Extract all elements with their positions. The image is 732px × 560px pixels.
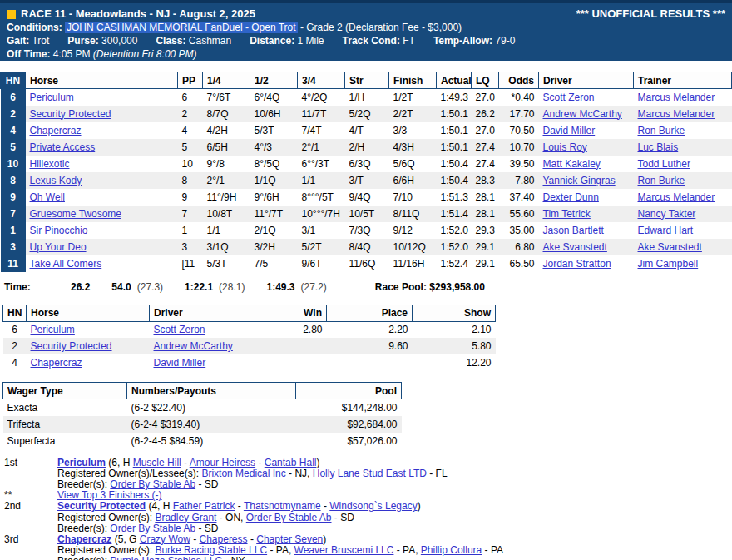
column-header-trainer: Trainer (634, 72, 732, 89)
cell-q3: 1/1 (298, 172, 345, 189)
trainer-link[interactable]: Edward Hart (638, 225, 694, 236)
cell-pool: $144,248.00 (296, 399, 402, 416)
horse-link[interactable]: Periculum (30, 92, 74, 103)
cell-horse: Oh Well (26, 189, 178, 206)
driver-link[interactable]: Scott Zeron (543, 92, 595, 103)
column-header-finish: Finish (389, 72, 437, 89)
cell-type: Superfecta (3, 433, 127, 449)
off-time-label: Off Time: (7, 48, 50, 60)
cell-finish: 9/12 (389, 222, 437, 239)
driver-link[interactable]: Scott Zeron (154, 324, 205, 335)
conditions-highlight: JOHN CASHMAN MEMORIAL FanDuel - Open Tro… (65, 22, 298, 33)
owner-link[interactable]: Phillip Collura (421, 544, 482, 556)
driver-link[interactable]: Jordan Stratton (543, 258, 611, 270)
driver-link[interactable]: Andrew McCarthy (154, 340, 233, 352)
trainer-link[interactable]: Marcus Melander (638, 92, 715, 103)
result-row: 10Hillexotic109°/88°/5Q6°°/3T6/3Q5/6Q1:5… (1, 156, 732, 172)
owner-link[interactable]: Weaver Bruscemi LLC (294, 544, 394, 556)
owner-link[interactable]: Bradley Grant (155, 512, 216, 523)
cell-q1: 4/2H (203, 122, 250, 139)
finisher-rank-spacer (4, 479, 57, 490)
cell-driver: Scott Zeron (539, 89, 634, 106)
result-row: 9Oh Well911°/9H9°/6H8°°°/5T9/4Q7/101:51.… (1, 189, 732, 206)
owner-link[interactable]: Burke Racing Stable LLC (155, 544, 267, 556)
driver-link[interactable]: Yannick Gingras (543, 175, 616, 186)
cell-q1: 5/3T (203, 255, 250, 272)
pedigree-link[interactable]: Chapter Seven (256, 533, 323, 545)
horse-link[interactable]: Chapercraz (30, 125, 82, 136)
pedigree-link[interactable]: Muscle Hill (133, 457, 181, 468)
cell-q1: 9°/8 (203, 156, 250, 172)
cell-hn: 8 (1, 172, 26, 189)
result-row: 6Periculum67°/6T6°/4Q4°/2Q1/H1/2T1:49.32… (1, 89, 732, 106)
view-top3-link[interactable]: View Top 3 Finishers (-) (57, 489, 162, 501)
horse-link[interactable]: Private Access (30, 141, 96, 153)
owner-link[interactable]: Brixton Medical Inc (201, 468, 285, 479)
trainer-link[interactable]: Todd Luther (638, 158, 690, 170)
cell-pp: 3 (178, 239, 203, 255)
horse-link[interactable]: Up Your Deo (30, 241, 87, 253)
owner-link[interactable]: Holly Lane Stud East LTD (313, 468, 427, 479)
time-value: 26.2 (71, 281, 90, 293)
cell-q2: 10/6H (250, 106, 298, 122)
finisher-horse-link[interactable]: Security Protected (57, 500, 146, 512)
pedigree-link[interactable]: Chaperess (200, 533, 248, 545)
trainer-link[interactable]: Nancy Takter (638, 208, 696, 220)
pedigree-link[interactable]: Amour Heiress (190, 457, 255, 468)
horse-link[interactable]: Sir Pinocchio (30, 225, 88, 236)
owner-link[interactable]: Order By Stable Ab (246, 512, 332, 523)
payout-row: 4ChapercrazDavid Miller12.20 (3, 354, 496, 371)
finisher-horse-link[interactable]: Periculum (57, 457, 106, 468)
horse-link[interactable]: Oh Well (30, 191, 65, 203)
cell-str: 5/2Q (345, 106, 389, 122)
breeder-link[interactable]: Purple Haze Stables LLC (110, 555, 222, 560)
finisher-rank-spacer (4, 513, 57, 523)
horse-link[interactable]: Periculum (31, 324, 75, 335)
horse-link[interactable]: Hillexotic (30, 158, 70, 170)
driver-link[interactable]: Andrew McCarthy (543, 108, 622, 120)
trainer-link[interactable]: Marcus Melander (638, 108, 715, 120)
race-marker-icon (7, 10, 16, 19)
cell-finish: 6/6H (389, 172, 437, 189)
pedigree-link[interactable]: Father Patrick (173, 500, 235, 512)
cell-q3: 6°°/3T (298, 156, 345, 172)
trainer-link[interactable]: Ron Burke (638, 125, 685, 136)
cell-hn: 3 (1, 239, 26, 255)
horse-link[interactable]: Take All Comers (30, 258, 102, 270)
trainer-link[interactable]: Luc Blais (638, 141, 679, 153)
breeder-link[interactable]: Order By Stable Ab (110, 478, 195, 490)
pedigree-link[interactable]: Thatsnotmyname (244, 500, 321, 512)
driver-link[interactable]: Matt Kakaley (543, 158, 601, 170)
horse-link[interactable]: Security Protected (31, 340, 112, 352)
cell-pool: $57,026.00 (296, 433, 402, 449)
cell-pp: 9 (178, 189, 203, 206)
pedigree-link[interactable]: Crazy Wow (140, 533, 190, 545)
trainer-link[interactable]: Jim Campbell (638, 258, 699, 270)
cell-pp: 1 (178, 222, 203, 239)
trainer-link[interactable]: Marcus Melander (638, 191, 715, 203)
driver-link[interactable]: Dexter Dunn (543, 191, 599, 203)
cell-lq: 28.1 (472, 206, 499, 222)
driver-link[interactable]: David Miller (154, 357, 206, 369)
horse-link[interactable]: Security Protected (30, 108, 111, 120)
finisher-horse-link[interactable]: Chapercraz (57, 533, 111, 545)
horse-link[interactable]: Gruesome Twosome (30, 208, 122, 220)
horse-link[interactable]: Lexus Kody (30, 175, 82, 186)
cell-actual: 1:51.3 (437, 189, 472, 206)
cell-actual: 1:52.4 (437, 255, 472, 272)
driver-link[interactable]: Jason Bartlett (543, 225, 604, 236)
payouts-table: HNHorseDriverWinPlaceShow 6PericulumScot… (2, 305, 496, 372)
driver-link[interactable]: Tim Tetrick (543, 208, 591, 220)
payout-row: 6PericulumScott Zeron2.802.202.10 (3, 321, 496, 338)
pedigree-link[interactable]: Windsong`s Legacy (329, 500, 417, 512)
driver-link[interactable]: Louis Roy (543, 141, 587, 153)
trainer-link[interactable]: Ron Burke (638, 175, 685, 186)
trainer-link[interactable]: Ake Svanstedt (638, 241, 702, 253)
driver-link[interactable]: David Miller (543, 125, 596, 136)
breeder-link[interactable]: Order By Stable Ab (110, 523, 195, 534)
race-stats-line: Gait: TrotPurse: 300,000Class: CashmanDi… (7, 34, 725, 47)
horse-link[interactable]: Chapercraz (31, 357, 82, 369)
pedigree-link[interactable]: Cantab Hall (265, 457, 317, 468)
driver-link[interactable]: Ake Svanstedt (543, 241, 607, 253)
cell-actual: 1:52.0 (437, 222, 472, 239)
